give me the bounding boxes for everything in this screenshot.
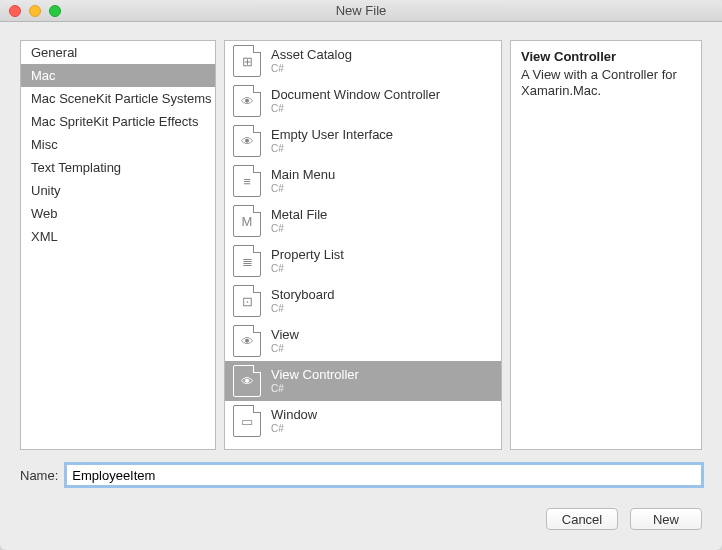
category-item[interactable]: Misc [21, 133, 215, 156]
template-subtype: C# [271, 303, 335, 315]
description-body: A View with a Controller for Xamarin.Mac… [521, 67, 691, 100]
category-item[interactable]: Text Templating [21, 156, 215, 179]
template-item[interactable]: ▭WindowC# [225, 401, 501, 441]
template-item[interactable]: MMetal FileC# [225, 201, 501, 241]
template-name: Empty User Interface [271, 128, 393, 143]
template-name: View [271, 328, 299, 343]
file-icon: 👁 [233, 325, 261, 357]
template-subtype: C# [271, 103, 440, 115]
template-item[interactable]: ≣Property ListC# [225, 241, 501, 281]
category-item[interactable]: Web [21, 202, 215, 225]
template-name: Main Menu [271, 168, 335, 183]
template-subtype: C# [271, 423, 317, 435]
file-icon: ≡ [233, 165, 261, 197]
panels: GeneralMacMac SceneKit Particle SystemsM… [20, 40, 702, 450]
template-name: Property List [271, 248, 344, 263]
template-item[interactable]: 👁Empty User InterfaceC# [225, 121, 501, 161]
description-pane: View Controller A View with a Controller… [510, 40, 702, 450]
template-item[interactable]: ⊡StoryboardC# [225, 281, 501, 321]
template-name: Document Window Controller [271, 88, 440, 103]
template-subtype: C# [271, 263, 344, 275]
template-subtype: C# [271, 343, 299, 355]
template-subtype: C# [271, 183, 335, 195]
titlebar: New File [0, 0, 722, 22]
category-item[interactable]: General [21, 41, 215, 64]
template-item[interactable]: 👁ViewC# [225, 321, 501, 361]
template-item[interactable]: ≡Main MenuC# [225, 161, 501, 201]
file-icon: ▭ [233, 405, 261, 437]
category-item[interactable]: XML [21, 225, 215, 248]
zoom-icon[interactable] [49, 5, 61, 17]
button-row: Cancel New [20, 508, 702, 530]
dialog-body: GeneralMacMac SceneKit Particle SystemsM… [0, 22, 722, 550]
template-item[interactable]: 👁View ControllerC# [225, 361, 501, 401]
cancel-button[interactable]: Cancel [546, 508, 618, 530]
template-name: Metal File [271, 208, 327, 223]
close-icon[interactable] [9, 5, 21, 17]
template-name: Asset Catalog [271, 48, 352, 63]
dialog-window: New File GeneralMacMac SceneKit Particle… [0, 0, 722, 550]
template-subtype: C# [271, 63, 352, 75]
template-subtype: C# [271, 143, 393, 155]
template-subtype: C# [271, 383, 359, 395]
description-title: View Controller [521, 49, 691, 64]
file-icon: ⊞ [233, 45, 261, 77]
file-icon: ≣ [233, 245, 261, 277]
minimize-icon[interactable] [29, 5, 41, 17]
template-name: Window [271, 408, 317, 423]
name-input[interactable] [66, 464, 702, 486]
category-list[interactable]: GeneralMacMac SceneKit Particle SystemsM… [20, 40, 216, 450]
template-item[interactable]: ⊞Asset CatalogC# [225, 41, 501, 81]
file-icon: ⊡ [233, 285, 261, 317]
file-icon: M [233, 205, 261, 237]
template-list[interactable]: ⊞Asset CatalogC#👁Document Window Control… [224, 40, 502, 450]
category-item[interactable]: Unity [21, 179, 215, 202]
name-label: Name: [20, 468, 58, 483]
template-name: Storyboard [271, 288, 335, 303]
file-icon: 👁 [233, 125, 261, 157]
template-item[interactable]: 👁Document Window ControllerC# [225, 81, 501, 121]
template-subtype: C# [271, 223, 327, 235]
new-button[interactable]: New [630, 508, 702, 530]
window-title: New File [0, 3, 722, 18]
category-item[interactable]: Mac [21, 64, 215, 87]
file-icon: 👁 [233, 85, 261, 117]
category-item[interactable]: Mac SceneKit Particle Systems [21, 87, 215, 110]
traffic-lights [9, 5, 61, 17]
file-icon: 👁 [233, 365, 261, 397]
category-item[interactable]: Mac SpriteKit Particle Effects [21, 110, 215, 133]
name-row: Name: [20, 464, 702, 486]
template-name: View Controller [271, 368, 359, 383]
